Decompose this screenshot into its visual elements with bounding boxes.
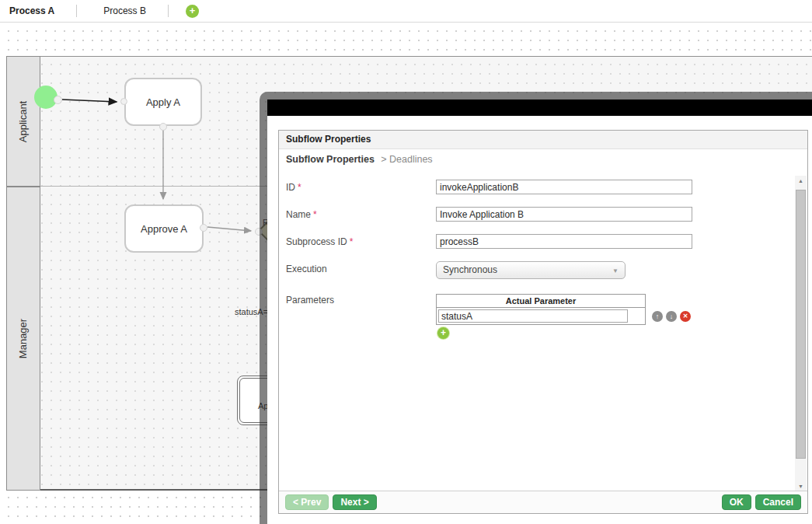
required-marker: * [313, 209, 317, 220]
cancel-button[interactable]: Cancel [755, 494, 801, 510]
ok-button[interactable]: OK [722, 494, 751, 510]
dropdown-arrow-icon: ▼ [612, 263, 619, 279]
lane-label: Applicant [18, 100, 30, 141]
connection-port[interactable] [200, 224, 207, 232]
required-marker: * [298, 182, 301, 193]
scroll-up-icon[interactable]: ▲ [795, 176, 807, 187]
breadcrumb-current: Subflow Properties [286, 154, 375, 165]
subprocess-id-label: Subprocess ID* [286, 236, 353, 247]
task-approve-a[interactable]: Approve A [124, 204, 204, 253]
execution-selected-value: Synchronous [443, 264, 497, 275]
parameter-value-field[interactable] [438, 309, 628, 323]
parameters-table: Actual Parameter [436, 294, 646, 325]
name-label: Name* [286, 209, 317, 220]
task-label: Apply A [146, 96, 180, 108]
tab-process-a[interactable]: Process A [0, 5, 76, 16]
tab-process-b[interactable]: Process B [94, 5, 168, 16]
footer-right-buttons: OK Cancel [718, 494, 801, 510]
connection-port[interactable] [120, 98, 127, 105]
subprocess-id-field[interactable] [436, 234, 692, 249]
task-label: Approve A [141, 223, 187, 235]
parameter-row-actions: ↑ ↓ ✕ [652, 311, 691, 322]
add-parameter-button[interactable]: + [437, 327, 449, 339]
lane-header-manager[interactable]: Manager [6, 187, 40, 491]
add-process-button[interactable]: + [186, 5, 199, 18]
parameters-table-header: Actual Parameter [437, 295, 645, 308]
delete-icon[interactable]: ✕ [680, 311, 691, 322]
subflow-properties-panel: Subflow Properties Subflow Properties > … [278, 130, 808, 514]
parameter-row [437, 308, 645, 324]
breadcrumb-next[interactable]: > Deadlines [381, 154, 432, 165]
connection-port[interactable] [159, 123, 167, 131]
dialog-footer: < Prev Next > OK Cancel [279, 491, 807, 513]
dialog-scrollbar[interactable]: ▲ ▼ [795, 176, 807, 492]
required-marker: * [350, 236, 354, 247]
lane-header-applicant[interactable]: Applicant [6, 56, 40, 187]
move-up-icon[interactable]: ↑ [652, 311, 663, 322]
connection-port[interactable] [54, 96, 62, 104]
lane-label: Manager [18, 319, 30, 358]
id-label: ID* [286, 182, 301, 193]
task-apply-a[interactable]: Apply A [124, 78, 202, 126]
dialog-title-bar [267, 100, 812, 116]
id-field[interactable] [436, 180, 692, 194]
execution-label: Execution [286, 264, 327, 274]
scrollbar-thumb[interactable] [796, 190, 806, 459]
panel-title: Subflow Properties [279, 131, 807, 149]
name-field[interactable] [436, 207, 692, 222]
parameters-label: Parameters [286, 295, 334, 306]
tab-separator [168, 5, 169, 17]
move-down-icon[interactable]: ↓ [666, 311, 677, 322]
prev-button[interactable]: < Prev [285, 494, 329, 510]
breadcrumb: Subflow Properties > Deadlines [279, 149, 807, 170]
tab-separator [76, 5, 77, 17]
execution-select[interactable]: Synchronous ▼ [436, 261, 626, 279]
next-button[interactable]: Next > [333, 494, 376, 510]
process-tab-bar: Process A Process B + [0, 0, 812, 23]
